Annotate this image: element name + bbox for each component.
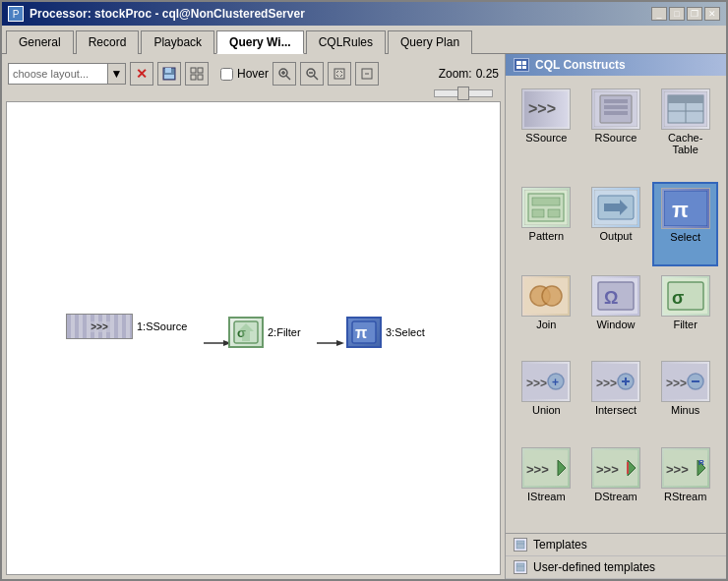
close-button[interactable]: ✕ <box>704 7 720 21</box>
svg-rect-5 <box>191 75 196 80</box>
grid-button[interactable] <box>185 62 209 86</box>
zoom-slider-row <box>6 89 501 97</box>
select-icon-svg: π <box>664 191 707 226</box>
user-defined-item[interactable]: User-defined templates <box>506 556 726 579</box>
filter-node-label: 2:Filter <box>268 326 301 338</box>
construct-window[interactable]: Ω Window <box>583 270 649 353</box>
rsource-construct-label: RSource <box>595 132 637 144</box>
zoom-area: Zoom: 0.25 <box>439 67 499 81</box>
zoom-thumb[interactable] <box>457 87 469 100</box>
ssource-box[interactable]: >>> <box>66 314 133 339</box>
node-select[interactable]: π 3:Select <box>346 317 425 348</box>
delete-button[interactable]: ✕ <box>130 62 153 86</box>
construct-join[interactable]: Join <box>514 270 579 353</box>
hover-checkbox[interactable] <box>220 68 233 81</box>
left-panel: choose layout... ▼ ✕ <box>2 54 505 579</box>
templates-item[interactable]: Templates <box>506 534 726 556</box>
save-button[interactable] <box>157 62 181 86</box>
title-bar: P Processor: stockProc - cql@NonClustere… <box>2 2 726 26</box>
tab-cqlrules[interactable]: CQLRules <box>306 30 386 54</box>
zoom-in-icon <box>277 67 291 81</box>
filter-construct-label: Filter <box>673 319 697 330</box>
istream-construct-icon[interactable]: >>> <box>521 447 571 489</box>
select-box[interactable]: π <box>346 317 382 348</box>
minus-construct-label: Minus <box>671 404 699 416</box>
construct-output[interactable]: Output <box>583 182 649 266</box>
select-construct-label: Select <box>670 231 700 243</box>
rsource-construct-icon[interactable] <box>591 88 640 130</box>
hover-checkbox-area[interactable]: Hover <box>220 67 269 81</box>
tab-query-plan[interactable]: Query Plan <box>388 30 472 54</box>
svg-text:>>>: >>> <box>596 462 619 477</box>
svg-text:>>>: >>> <box>526 377 547 390</box>
zoom-out-button[interactable] <box>300 62 324 86</box>
minus-construct-icon[interactable]: >>> <box>661 361 710 402</box>
construct-pattern[interactable]: Pattern <box>514 182 579 266</box>
svg-rect-31 <box>604 111 628 115</box>
hover-label: Hover <box>237 67 269 81</box>
zoom-label: Zoom: <box>439 67 472 81</box>
select-icon: π <box>350 320 378 345</box>
svg-text:+: + <box>552 376 559 389</box>
output-construct-icon[interactable] <box>591 187 640 228</box>
tab-query-wi[interactable]: Query Wi... <box>216 30 304 54</box>
title-bar-left: P Processor: stockProc - cql@NonClustere… <box>8 6 305 22</box>
tab-general[interactable]: General <box>6 30 74 54</box>
union-icon-svg: >>> + <box>524 364 568 399</box>
join-construct-icon[interactable] <box>521 275 571 317</box>
cache-icon-svg <box>664 91 707 127</box>
tab-record[interactable]: Record <box>76 30 140 54</box>
maximize-button[interactable]: □ <box>669 7 685 21</box>
construct-rstream[interactable]: >>> R RStream <box>652 442 718 525</box>
filter-construct-icon[interactable]: σ <box>661 275 710 317</box>
restore-button[interactable]: ❐ <box>687 7 702 21</box>
intersect-construct-icon[interactable]: >>> <box>591 361 640 402</box>
union-construct-icon[interactable]: >>> + <box>521 361 571 402</box>
svg-text:π: π <box>355 324 367 341</box>
cache-construct-icon[interactable] <box>661 88 710 130</box>
cql-title: CQL Constructs <box>535 58 626 72</box>
cache-construct-label: Cache-Table <box>655 132 715 155</box>
svg-rect-81 <box>516 541 524 549</box>
zoom-in-button[interactable] <box>273 62 296 86</box>
svg-point-50 <box>542 286 562 306</box>
construct-intersect[interactable]: >>> Intersect <box>583 356 649 438</box>
construct-istream[interactable]: >>> IStream <box>514 442 579 525</box>
node-ssource[interactable]: >>> 1:SSource <box>66 314 187 339</box>
pattern-construct-icon[interactable] <box>521 187 571 228</box>
rstream-icon-svg: >>> R <box>664 450 707 486</box>
layout-select-arrow[interactable]: ▼ <box>107 64 125 84</box>
cql-header: CQL Constructs <box>506 54 726 76</box>
construct-cache-table[interactable]: Cache-Table <box>652 84 718 178</box>
window-title: Processor: stockProc - cql@NonClusteredS… <box>30 7 305 21</box>
tab-playback[interactable]: Playback <box>141 30 214 54</box>
construct-union[interactable]: >>> + Union <box>514 356 579 438</box>
svg-rect-34 <box>668 95 703 103</box>
construct-dstream[interactable]: >>> DStream <box>583 442 649 525</box>
minus-icon-svg: >>> <box>664 364 707 399</box>
construct-minus[interactable]: >>> Minus <box>652 356 718 438</box>
canvas-area[interactable]: >>> 1:SSource σ <box>6 101 501 575</box>
zoom-slider[interactable] <box>434 89 493 97</box>
minimize-button[interactable]: _ <box>651 7 667 21</box>
filter-box[interactable]: σ <box>228 317 264 348</box>
node-filter[interactable]: σ 2:Filter <box>228 317 301 348</box>
fit-button[interactable] <box>328 62 351 86</box>
select-construct-icon[interactable]: π <box>661 188 710 229</box>
actual-size-button[interactable] <box>355 62 379 86</box>
svg-rect-6 <box>198 75 203 80</box>
ssource-construct-icon[interactable]: >>> <box>521 88 571 130</box>
construct-ssource[interactable]: >>> SSource <box>514 84 579 178</box>
main-window: P Processor: stockProc - cql@NonClustere… <box>0 0 728 581</box>
intersect-icon-svg: >>> <box>594 364 637 399</box>
dstream-construct-icon[interactable]: >>> <box>591 447 640 489</box>
construct-select[interactable]: π Select <box>652 182 718 266</box>
construct-rsource[interactable]: RSource <box>583 84 649 178</box>
zoom-value: 0.25 <box>476 67 499 81</box>
construct-filter[interactable]: σ Filter <box>652 270 718 353</box>
rstream-construct-icon[interactable]: >>> R <box>661 447 710 489</box>
window-construct-icon[interactable]: Ω <box>591 275 640 317</box>
layout-dropdown[interactable]: choose layout... ▼ <box>8 63 126 85</box>
user-defined-icon <box>514 560 527 574</box>
svg-rect-1 <box>165 68 171 73</box>
